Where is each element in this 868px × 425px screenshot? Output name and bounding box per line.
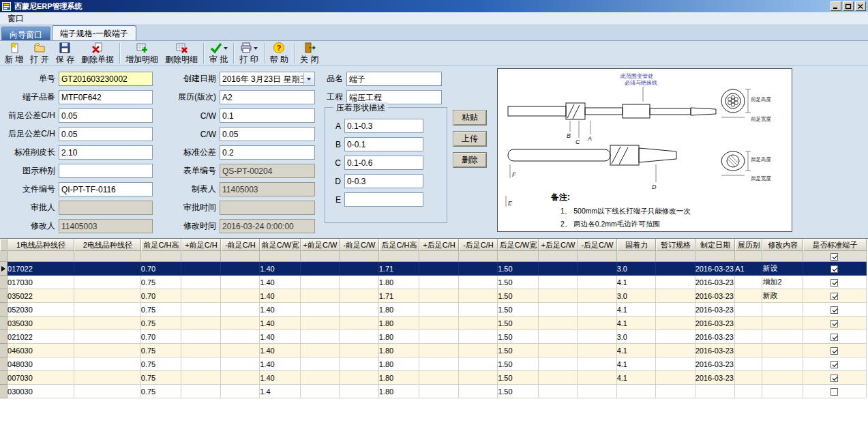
file-no-input[interactable]: QI-PT-TF-0116 [59, 182, 153, 196]
grid-cell[interactable] [221, 330, 260, 344]
grid-cell[interactable] [762, 330, 803, 344]
chevron-down-icon[interactable] [303, 73, 314, 85]
grid-cell[interactable]: 3.0 [617, 262, 656, 276]
grid-cell[interactable]: 2016-03-23 [695, 344, 736, 357]
grid-cell-standard[interactable] [803, 276, 867, 289]
grid-cell[interactable]: 4.1 [617, 303, 656, 317]
grid-cell[interactable]: 1.80 [379, 303, 420, 317]
grid-cell[interactable] [539, 317, 578, 330]
row-selector[interactable] [0, 317, 8, 330]
grid-cell[interactable] [181, 289, 220, 303]
grid-cell[interactable] [539, 344, 578, 357]
grid-cell[interactable] [74, 276, 141, 289]
grid-cell[interactable] [419, 303, 458, 317]
grid-cell[interactable] [340, 262, 378, 276]
grid-cell[interactable] [539, 330, 578, 344]
grid-cell[interactable]: 0.75 [141, 317, 182, 330]
row-selector[interactable] [0, 385, 8, 398]
grid-cell[interactable] [578, 357, 616, 371]
create-date-select[interactable]: 2016年 3月23日 星期三 [220, 72, 315, 86]
grid-cell[interactable] [459, 289, 498, 303]
grid-cell[interactable] [459, 330, 498, 344]
new-button[interactable]: 新 增 [1, 42, 27, 65]
chevron-down-icon[interactable] [224, 47, 228, 50]
grid-cell[interactable]: 030030 [8, 385, 74, 398]
grid-column-header[interactable]: -前足C/W [340, 239, 378, 251]
grid-cell[interactable] [459, 344, 498, 357]
grid-cell[interactable]: 048030 [8, 357, 74, 371]
grid-column-header[interactable]: +前足C/H [181, 239, 220, 251]
grid-cell-standard[interactable] [803, 371, 867, 385]
grid-cell[interactable] [459, 371, 498, 385]
row-selector[interactable] [0, 276, 8, 289]
grid-cell[interactable] [221, 262, 260, 276]
grid-cell[interactable] [459, 317, 498, 330]
grid-cell[interactable] [419, 276, 458, 289]
grid-row[interactable]: 0480300.751.401.801.504.12016-03-23 [0, 357, 867, 371]
grid-row[interactable]: 0350220.701.401.711.503.02016-03-23新政 [0, 289, 867, 303]
grid-cell[interactable] [340, 385, 378, 398]
grid-column-header[interactable]: 是否标准端子 [803, 239, 867, 251]
grid-cell[interactable]: 1.80 [379, 344, 420, 357]
grid-cell[interactable] [735, 317, 762, 330]
grid-cell[interactable] [340, 371, 378, 385]
grid-cell[interactable] [301, 357, 340, 371]
grid-column-header[interactable]: 前足C/W宽 [260, 239, 301, 251]
grid-cell[interactable] [419, 344, 458, 357]
grid-cell[interactable]: 新政 [762, 289, 803, 303]
grid-row[interactable]: 0460300.751.401.801.504.12016-03-23 [0, 344, 867, 357]
grid-cell[interactable] [74, 371, 141, 385]
grid-cell[interactable]: 1.40 [260, 262, 301, 276]
grid-cell[interactable]: 1.50 [498, 385, 539, 398]
grid-cell[interactable]: 4.1 [617, 371, 656, 385]
paste-button[interactable]: 粘贴 [453, 110, 487, 126]
grid-cell[interactable]: 1.40 [260, 357, 301, 371]
grid-cell[interactable] [340, 317, 378, 330]
grid-cell[interactable] [656, 317, 695, 330]
grid-cell[interactable] [74, 330, 141, 344]
standard-header-checkbox[interactable] [830, 253, 838, 261]
grid-cell[interactable]: 017022 [8, 262, 74, 276]
grid-row[interactable]: 0070300.751.401.801.504.12016-03-23 [0, 371, 867, 385]
grid-cell[interactable] [762, 344, 803, 357]
grid-cell-standard[interactable] [803, 317, 867, 330]
grid-cell[interactable]: 1.71 [379, 289, 420, 303]
grid-row[interactable]: 0170300.751.401.801.504.12016-03-23增加2 [0, 276, 867, 289]
grid-cell[interactable] [181, 317, 220, 330]
grid-cell[interactable] [578, 262, 616, 276]
grid-cell[interactable] [735, 303, 762, 317]
grid-cell[interactable] [340, 289, 378, 303]
grid-cell[interactable]: 0.70 [141, 289, 182, 303]
grid-cell[interactable] [419, 289, 458, 303]
grid-cell[interactable] [735, 357, 762, 371]
grid-cell[interactable]: 1.40 [260, 317, 301, 330]
grid-cell[interactable] [656, 289, 695, 303]
grid-cell[interactable] [419, 357, 458, 371]
grid-cell[interactable]: 017030 [8, 276, 74, 289]
grid-cell[interactable] [656, 330, 695, 344]
grid-cell[interactable]: 021022 [8, 330, 74, 344]
grid-cell[interactable]: 4.1 [617, 357, 656, 371]
grid-cell[interactable] [762, 385, 803, 398]
tab-terminal-spec[interactable]: 端子规格-一般端子 [52, 25, 136, 40]
grid-cell[interactable] [301, 330, 340, 344]
standard-checkbox[interactable] [830, 279, 838, 287]
grid-cell[interactable] [340, 344, 378, 357]
grid-cell[interactable] [735, 385, 762, 398]
grid-column-header[interactable]: 固着力 [617, 239, 656, 251]
grid-cell[interactable] [656, 371, 695, 385]
print-button[interactable]: 打 印 [236, 42, 261, 65]
grid-cell[interactable] [578, 289, 616, 303]
grid-cell[interactable]: 1.40 [260, 289, 301, 303]
standard-strip-length-input[interactable]: 2.10 [59, 145, 153, 160]
grid-cell[interactable] [340, 330, 378, 344]
standard-checkbox[interactable] [830, 334, 838, 341]
grid-cell-standard[interactable] [803, 357, 867, 371]
grid-cell[interactable] [762, 371, 803, 385]
grid-cell[interactable] [181, 385, 220, 398]
grid-cell[interactable] [74, 344, 141, 357]
grid-cell[interactable] [735, 330, 762, 344]
grid-column-header[interactable]: +后足C/W [539, 239, 578, 251]
grid-cell[interactable] [181, 344, 220, 357]
grid-cell[interactable] [762, 303, 803, 317]
